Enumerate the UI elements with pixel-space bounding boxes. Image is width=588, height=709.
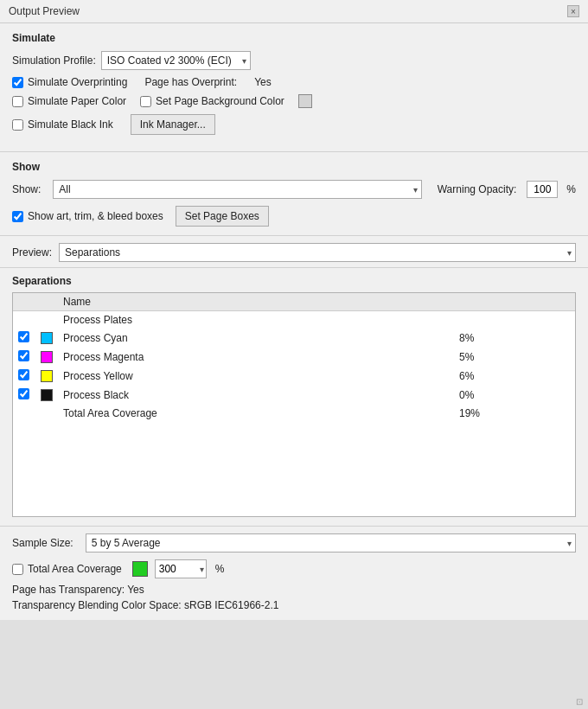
sep-yellow-name: Process Yellow	[58, 367, 454, 386]
sep-cyan-extra	[523, 329, 575, 348]
black-color-swatch	[41, 389, 53, 401]
total-area-coverage-checkbox[interactable]	[12, 564, 23, 575]
simulate-black-ink-checkbox[interactable]	[12, 119, 23, 131]
simulate-overprinting-text: Simulate Overprinting	[28, 76, 127, 88]
coverage-value-dropdown[interactable]: 300 240 280 320	[155, 559, 207, 578]
sep-total-check	[13, 405, 35, 422]
warning-opacity-label: Warning Opacity:	[438, 183, 517, 195]
set-page-bg-color-label[interactable]: Set Page Background Color	[140, 95, 284, 107]
sep-yellow-value: 6%	[454, 367, 523, 386]
simulate-overprinting-row: Simulate Overprinting Page has Overprint…	[12, 76, 576, 88]
show-dropdown[interactable]: All Composites Separations	[53, 180, 421, 199]
sep-plates-value	[454, 311, 523, 329]
art-trim-label[interactable]: Show art, trim, & bleed boxes	[12, 210, 163, 222]
cyan-color-swatch	[41, 332, 53, 344]
set-page-bg-color-checkbox[interactable]	[140, 96, 151, 107]
total-area-coverage-row: Total Area Coverage 300 240 280 320 %	[12, 559, 576, 578]
simulate-black-ink-label[interactable]: Simulate Black Ink	[12, 118, 113, 131]
preview-dropdown-wrapper: Separations Composite Color Warnings	[59, 243, 576, 262]
separations-table: Name Process Plates	[13, 293, 575, 422]
sep-black-value: 0%	[454, 386, 523, 405]
sample-size-dropdown-wrapper: 5 by 5 Average 1 by 1 3 by 3 Average 11 …	[86, 533, 576, 553]
bg-color-swatch[interactable]	[298, 94, 312, 108]
show-section-title: Show	[12, 161, 576, 173]
ink-manager-button[interactable]: Ink Manager...	[131, 114, 215, 135]
table-row: Process Plates	[13, 311, 575, 329]
art-trim-row: Show art, trim, & bleed boxes Set Page B…	[12, 206, 576, 227]
sep-yellow-extra	[523, 367, 575, 386]
close-button[interactable]: ×	[567, 5, 579, 17]
blend-color-space-value: sRGB IEC61966-2.1	[184, 599, 278, 611]
sep-magenta-name: Process Magenta	[58, 348, 454, 367]
simulate-section: Simulate Simulation Profile: ISO Coated …	[0, 23, 588, 152]
sep-plates-extra	[523, 311, 575, 329]
simulate-section-title: Simulate	[12, 32, 576, 44]
sep-black-extra	[523, 386, 575, 405]
resize-handle[interactable]: ⊡	[576, 697, 586, 707]
simulation-profile-dropdown[interactable]: ISO Coated v2 300% (ECI)	[101, 51, 251, 70]
coverage-color-swatch[interactable]	[132, 561, 148, 577]
sample-size-row: Sample Size: 5 by 5 Average 1 by 1 3 by …	[12, 533, 576, 553]
art-trim-text: Show art, trim, & bleed boxes	[28, 210, 163, 222]
sep-total-color	[35, 405, 58, 422]
total-area-coverage-label[interactable]: Total Area Coverage	[12, 563, 122, 575]
coverage-value-dropdown-wrapper: 300 240 280 320	[155, 559, 207, 578]
warning-opacity-input[interactable]	[527, 181, 558, 198]
simulate-black-ink-text: Simulate Black Ink	[28, 118, 113, 131]
separations-table-container: Name Process Plates	[12, 292, 576, 517]
table-row: Process Magenta 5%	[13, 348, 575, 367]
sep-col-color	[35, 293, 58, 311]
sep-plates-color	[35, 311, 58, 329]
show-label: Show:	[12, 183, 41, 195]
sample-size-dropdown[interactable]: 5 by 5 Average 1 by 1 3 by 3 Average 11 …	[86, 533, 576, 553]
sep-plates-check	[13, 311, 35, 329]
magenta-color-swatch	[41, 351, 53, 363]
sep-black-color	[35, 386, 58, 405]
set-page-boxes-button[interactable]: Set Page Boxes	[176, 206, 269, 227]
sep-magenta-value: 5%	[454, 348, 523, 367]
preview-section: Preview: Separations Composite Color War…	[0, 236, 588, 268]
sep-col-name: Name	[58, 293, 454, 311]
page-transparency-value: Yes	[127, 584, 144, 596]
sep-table-header-row: Name	[13, 293, 575, 311]
sample-size-label: Sample Size:	[12, 537, 74, 549]
show-dropdown-wrapper: All Composites Separations	[53, 180, 421, 199]
simulation-profile-dropdown-wrapper: ISO Coated v2 300% (ECI)	[101, 51, 251, 70]
table-row: Process Yellow 6%	[13, 367, 575, 386]
main-wrapper: Output Preview × Simulate Simulation Pro…	[0, 0, 588, 709]
sep-cyan-value: 8%	[454, 329, 523, 348]
blend-color-space-label: Transparency Blending Color Space:	[12, 599, 182, 611]
sep-black-name: Process Black	[58, 386, 454, 405]
preview-label: Preview:	[12, 246, 52, 259]
page-overprint-value: Yes	[254, 76, 272, 88]
simulate-paper-color-label[interactable]: Simulate Paper Color	[12, 95, 126, 107]
sep-total-name: Total Area Coverage	[58, 405, 454, 422]
simulate-paper-color-checkbox[interactable]	[12, 96, 23, 107]
sep-col-check	[13, 293, 35, 311]
sep-col-extra	[523, 293, 575, 311]
simulation-profile-label: Simulation Profile:	[12, 54, 96, 67]
page-transparency-label: Page has Transparency:	[12, 584, 125, 596]
sep-total-extra	[523, 405, 575, 422]
simulate-paper-row: Simulate Paper Color Set Page Background…	[12, 94, 576, 108]
sep-yellow-color	[35, 367, 58, 386]
sep-plates-name: Process Plates	[58, 311, 454, 329]
sep-black-check[interactable]	[13, 386, 35, 405]
sep-cyan-color	[35, 329, 58, 348]
art-trim-checkbox[interactable]	[12, 211, 23, 222]
simulate-black-ink-row: Simulate Black Ink Ink Manager...	[12, 114, 576, 135]
sep-total-value: 19%	[454, 405, 523, 422]
yellow-color-swatch	[41, 370, 53, 382]
table-row: Total Area Coverage 19%	[13, 405, 575, 422]
blend-color-space-row: Transparency Blending Color Space: sRGB …	[12, 599, 576, 611]
sep-magenta-check[interactable]	[13, 348, 35, 367]
simulate-paper-color-text: Simulate Paper Color	[28, 95, 126, 107]
sep-yellow-check[interactable]	[13, 367, 35, 386]
simulate-overprinting-label[interactable]: Simulate Overprinting	[12, 76, 127, 88]
sep-cyan-check[interactable]	[13, 329, 35, 348]
warning-opacity-percent: %	[566, 183, 576, 195]
simulate-overprinting-checkbox[interactable]	[12, 77, 23, 88]
simulation-profile-row: Simulation Profile: ISO Coated v2 300% (…	[12, 51, 576, 70]
title-bar: Output Preview ×	[0, 0, 588, 23]
preview-dropdown[interactable]: Separations Composite Color Warnings	[59, 243, 576, 262]
